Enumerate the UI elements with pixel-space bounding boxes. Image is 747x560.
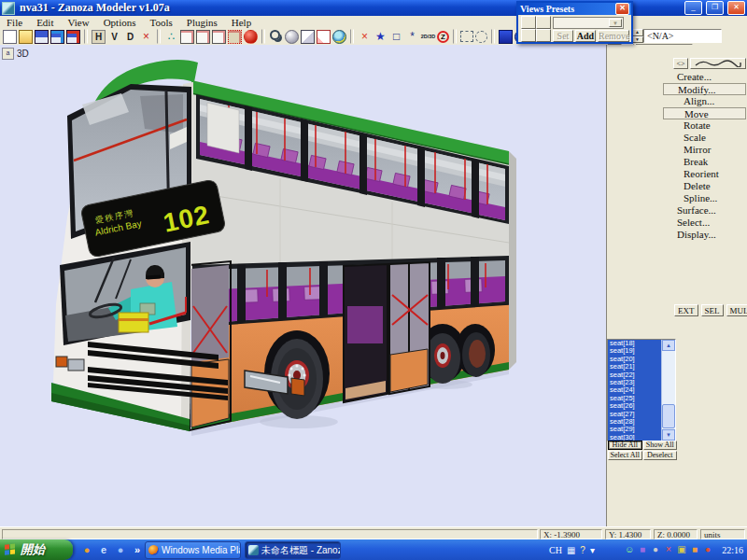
viewport-tab[interactable]: a 3D: [2, 48, 29, 60]
command-item[interactable]: Scale: [663, 132, 746, 144]
star-tool-button[interactable]: ★: [374, 30, 388, 44]
command-item[interactable]: Reorient: [663, 168, 746, 180]
material-editor-button[interactable]: [332, 30, 346, 44]
save-file-button[interactable]: [35, 30, 49, 44]
open-file-button[interactable]: [19, 30, 33, 44]
render-sphere-button[interactable]: [244, 30, 258, 44]
front-door[interactable]: [190, 261, 231, 430]
quick-launch-3-icon[interactable]: ●: [114, 543, 127, 556]
set-button[interactable]: Set: [553, 30, 573, 42]
view-v-button[interactable]: V: [107, 30, 121, 44]
list-item[interactable]: seat[30]: [608, 434, 661, 441]
command-item[interactable]: Align...: [663, 95, 746, 107]
scroll-down-button[interactable]: ▼: [662, 429, 675, 441]
utility-icon[interactable]: ●: [650, 544, 661, 555]
cube-view-button[interactable]: [301, 30, 315, 44]
sphere-view-button[interactable]: [285, 30, 299, 44]
bus-model[interactable]: 02: [0, 45, 606, 526]
language-tool-icon[interactable]: ×: [663, 544, 674, 555]
command-item[interactable]: Surface...: [663, 204, 746, 217]
select-edges-button[interactable]: [196, 30, 210, 44]
menu-item[interactable]: Edit: [36, 17, 53, 28]
preset-slot-1[interactable]: [521, 16, 536, 29]
mode-button[interactable]: SEL: [701, 304, 724, 316]
lang-arrow-icon[interactable]: ▾: [590, 545, 595, 555]
cubes-app-icon[interactable]: ■: [637, 544, 648, 555]
command-item[interactable]: Create...: [663, 71, 746, 83]
restore-button[interactable]: ❐: [706, 1, 724, 15]
select-vertices-button[interactable]: [180, 30, 194, 44]
extrude-tool-button[interactable]: □: [389, 30, 403, 44]
command-item[interactable]: Mirror: [663, 144, 746, 156]
command-item[interactable]: Rotate: [663, 119, 746, 132]
menu-item[interactable]: Help: [232, 17, 251, 28]
lang-indicator[interactable]: CH: [549, 545, 562, 555]
messenger-icon[interactable]: ☺: [624, 544, 635, 555]
list-action-button[interactable]: Select All: [608, 451, 642, 460]
mode-button[interactable]: MUL: [726, 304, 747, 316]
menu-item[interactable]: Options: [104, 17, 136, 28]
chevron-icon[interactable]: »: [131, 543, 144, 556]
delete-tool-button[interactable]: ×: [358, 30, 372, 44]
material-combo[interactable]: <N/A>: [643, 29, 722, 43]
zoom-tool-button[interactable]: [269, 30, 283, 44]
minimize-button[interactable]: _: [684, 1, 702, 15]
dialog-close-button[interactable]: ✕: [615, 3, 629, 15]
view-d-button[interactable]: D: [123, 30, 137, 44]
preset-combo[interactable]: ▼: [553, 17, 624, 29]
scroll-thumb[interactable]: [662, 404, 675, 428]
primitive-box-button[interactable]: [499, 30, 513, 44]
menu-item[interactable]: Tools: [149, 17, 172, 28]
modify-object-button[interactable]: [317, 30, 331, 44]
preset-slot-3[interactable]: [521, 29, 536, 42]
command-item[interactable]: Break: [663, 156, 746, 168]
dialog-title-bar[interactable]: Views Presets ✕: [518, 3, 631, 15]
propeller-tool-button[interactable]: *: [405, 30, 419, 44]
start-button[interactable]: 開始: [0, 539, 73, 560]
list-action-button[interactable]: Show All: [643, 441, 678, 450]
vertices-mode-button[interactable]: ∴: [164, 30, 178, 44]
combo-arrow-icon[interactable]: ▼: [609, 19, 622, 27]
list-scrollbar[interactable]: ▲ ▼: [661, 340, 675, 441]
command-item[interactable]: Select...: [663, 217, 746, 229]
task-wmp[interactable]: Windows Media Player: [145, 541, 241, 559]
viewport-3d[interactable]: 02: [0, 45, 606, 526]
import-button[interactable]: [50, 30, 64, 44]
mode-button[interactable]: EXT: [674, 304, 698, 316]
command-item[interactable]: Move: [663, 107, 746, 119]
circle-select-button[interactable]: [475, 31, 487, 43]
command-item[interactable]: Spline...: [663, 192, 746, 204]
notifier-icon[interactable]: ■: [689, 544, 700, 555]
middle-door[interactable]: [344, 262, 430, 402]
axes-gizmo-button[interactable]: ×: [139, 30, 153, 44]
language-bar[interactable]: CH ▦ ? ▾: [545, 539, 599, 560]
menu-item[interactable]: View: [67, 17, 89, 28]
rect-select-button[interactable]: [460, 31, 473, 42]
list-action-button[interactable]: Hide All: [608, 441, 642, 450]
view-h-button[interactable]: H: [92, 30, 106, 44]
list-action-button[interactable]: Deselect: [643, 451, 678, 460]
quick-launch-ie-icon[interactable]: e: [97, 543, 110, 556]
export-button[interactable]: [66, 30, 80, 44]
preset-slot-2[interactable]: [536, 16, 551, 29]
close-button[interactable]: ✕: [727, 1, 745, 15]
add-button[interactable]: Add: [575, 30, 596, 42]
quick-launch-1-icon[interactable]: ●: [80, 543, 93, 556]
scroll-up-button[interactable]: ▲: [662, 340, 675, 351]
keyboard-icon[interactable]: ▦: [567, 545, 575, 555]
download-app-icon[interactable]: ●: [702, 544, 713, 555]
z-lock-button[interactable]: Z: [437, 31, 449, 43]
menu-item[interactable]: Plugins: [187, 17, 218, 28]
2d-3d-toggle-button[interactable]: 2D/3D: [421, 30, 435, 44]
select-faces-button[interactable]: [212, 30, 226, 44]
graphics-app-icon[interactable]: ▣: [676, 544, 687, 555]
spline-wave-button[interactable]: [690, 58, 746, 69]
command-item[interactable]: Display...: [663, 229, 746, 241]
command-item[interactable]: Delete: [663, 180, 746, 192]
remove-button[interactable]: Remove: [598, 30, 629, 42]
new-file-button[interactable]: [3, 30, 17, 44]
expand-button[interactable]: <>: [673, 58, 688, 69]
help-icon[interactable]: ?: [580, 545, 585, 555]
preset-slot-4[interactable]: [536, 29, 551, 42]
select-objects-button[interactable]: [228, 30, 242, 44]
